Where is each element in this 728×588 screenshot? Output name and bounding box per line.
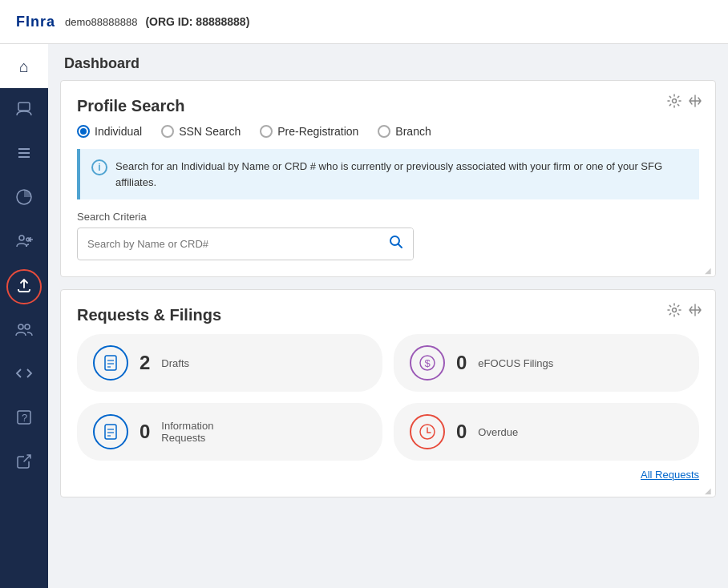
sidebar-item-chart[interactable]: [0, 176, 48, 220]
sidebar-item-code[interactable]: [0, 352, 48, 397]
finra-logo: FInra: [16, 14, 55, 30]
resize-handle: ◢: [705, 266, 713, 274]
radio-ssn-circle: [161, 125, 174, 138]
radio-prereg-label: Pre-Registration: [277, 125, 358, 138]
radio-branch-circle: [378, 125, 390, 138]
svg-point-9: [18, 324, 23, 329]
efocus-label: eFOCUS Filings: [478, 357, 553, 369]
sidebar-item-home[interactable]: ⌂: [0, 44, 48, 88]
header-org-id: (ORG ID: 88888888): [145, 15, 249, 28]
efocus-icon: $: [410, 345, 445, 381]
filings-grid: 2 Drafts $ 0 eFOCUS Filings: [77, 334, 699, 461]
requests-filings-card: Requests & Filings: [60, 289, 716, 497]
sidebar-item-list[interactable]: [0, 132, 48, 176]
svg-text:$: $: [425, 357, 431, 369]
move-icon[interactable]: [688, 94, 702, 111]
tile-drafts[interactable]: 2 Drafts: [77, 334, 382, 392]
code-icon: [15, 364, 33, 385]
radio-prereg-circle: [260, 125, 273, 138]
sidebar-item-profile[interactable]: [0, 88, 48, 132]
svg-point-16: [673, 308, 677, 312]
search-input-wrapper: [77, 228, 414, 260]
efocus-count: 0: [456, 352, 467, 374]
team-icon: [15, 320, 33, 340]
sidebar-item-help[interactable]: ?: [0, 397, 48, 441]
drafts-label: Drafts: [161, 357, 189, 369]
drafts-icon: [93, 345, 128, 381]
radio-ssn[interactable]: SSN Search: [161, 125, 241, 138]
header-username: demo88888888: [65, 16, 137, 28]
settings-icon-2[interactable]: [667, 303, 681, 320]
radio-branch[interactable]: Branch: [378, 125, 431, 138]
profile-search-card: Profile Search Individ: [60, 80, 716, 277]
svg-line-15: [398, 244, 402, 248]
main-layout: ⌂: [0, 44, 728, 588]
svg-point-13: [673, 99, 677, 103]
search-button[interactable]: [379, 228, 413, 260]
tile-overdue[interactable]: 0 Overdue: [394, 403, 699, 461]
chart-icon: [15, 188, 33, 208]
info-requests-icon: [93, 414, 128, 449]
people-settings-icon: [15, 232, 33, 252]
tile-info-requests[interactable]: 0 Information Requests: [77, 403, 382, 461]
overdue-count: 0: [456, 421, 467, 443]
radio-prereg[interactable]: Pre-Registration: [260, 125, 358, 138]
radio-individual-circle: [77, 125, 90, 138]
move-icon-2[interactable]: [688, 303, 702, 320]
radio-individual[interactable]: Individual: [77, 125, 142, 138]
info-requests-count: 0: [140, 421, 150, 443]
radio-branch-label: Branch: [395, 125, 431, 138]
search-criteria-label: Search Criteria: [77, 211, 699, 223]
resize-handle-2: ◢: [705, 486, 713, 494]
profile-search-title: Profile Search: [77, 97, 699, 115]
question-icon: ?: [15, 409, 33, 429]
all-requests-link[interactable]: All Requests: [77, 469, 699, 481]
info-requests-label: Information Requests: [161, 420, 213, 444]
svg-rect-0: [18, 103, 30, 111]
tile-efocus[interactable]: $ 0 eFOCUS Filings: [394, 334, 699, 392]
svg-point-5: [19, 236, 24, 240]
home-icon: ⌂: [19, 58, 29, 75]
sidebar-item-upload[interactable]: [0, 264, 48, 308]
profile-search-actions: [667, 94, 702, 111]
requests-filings-title: Requests & Filings: [77, 306, 699, 324]
info-icon: i: [91, 159, 107, 175]
requests-filings-actions: [667, 303, 702, 320]
settings-icon[interactable]: [667, 94, 681, 111]
sidebar-item-people-settings[interactable]: [0, 220, 48, 264]
svg-text:?: ?: [22, 412, 27, 424]
svg-point-10: [25, 324, 30, 329]
info-text: Search for an Individual by Name or CRD …: [115, 159, 688, 190]
sidebar: ⌂: [0, 44, 48, 588]
content-area: Dashboard Profile Search: [48, 44, 728, 588]
svg-rect-17: [105, 356, 116, 370]
search-input[interactable]: [78, 231, 379, 257]
profile-search-radio-group: Individual SSN Search Pre-Registration B…: [77, 125, 699, 138]
upload-icon: [15, 276, 33, 296]
list-icon: [16, 145, 32, 163]
sidebar-item-team[interactable]: [0, 308, 48, 352]
radio-individual-label: Individual: [95, 125, 142, 138]
overdue-label: Overdue: [478, 426, 518, 438]
profile-icon: [15, 100, 33, 120]
top-header: FInra demo88888888 (ORG ID: 88888888): [0, 0, 728, 44]
page-title: Dashboard: [48, 44, 728, 80]
external-link-icon: [16, 453, 32, 472]
overdue-icon: [410, 414, 445, 449]
svg-rect-23: [105, 425, 116, 439]
info-box: i Search for an Individual by Name or CR…: [77, 149, 699, 199]
drafts-count: 2: [140, 352, 150, 374]
radio-ssn-label: SSN Search: [179, 125, 241, 138]
sidebar-item-external[interactable]: [0, 441, 48, 485]
